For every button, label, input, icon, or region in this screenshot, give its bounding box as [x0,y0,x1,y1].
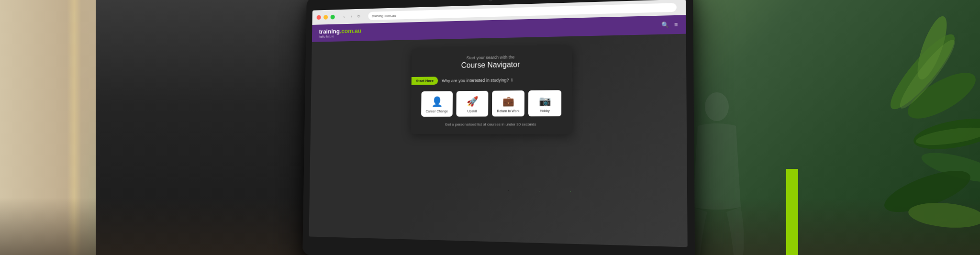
hero-title: Course Navigator [421,59,562,70]
logo-accent: .com.au [340,27,361,34]
website: training.com.au hello future 🔍 ≡ Start y… [309,15,688,247]
monitor: ‹ › ↻ training.com.au training.com.au [302,0,695,255]
traffic-light-close[interactable] [317,15,321,20]
step-row: Start Here Why are you interested in stu… [421,75,562,84]
career-change-icon: 👤 [431,96,443,107]
hobby-icon: 📷 [539,95,551,106]
options-grid: 👤 Career Change 🚀 Upskill 💼 Return to Wo… [420,90,562,117]
reload-button[interactable]: ↻ [356,13,362,20]
site-hero: Start your search with the Course Naviga… [309,33,688,247]
site-logo: training.com.au hello future [319,27,361,38]
plant-svg [693,0,980,255]
option-career-change[interactable]: 👤 Career Change [421,91,453,116]
logo-text: training.com.au [319,27,362,34]
career-change-label: Career Change [426,109,448,112]
site-nav: 🔍 ≡ [661,21,678,28]
traffic-light-minimize[interactable] [323,15,328,20]
return-to-work-label: Return to Work [497,109,520,112]
upskill-label: Upskill [468,109,477,112]
back-button[interactable]: ‹ [341,13,347,20]
upskill-icon: 🚀 [467,95,479,107]
forward-button[interactable]: › [348,13,355,20]
url-text: training.com.au [372,13,396,18]
monitor-screen: ‹ › ↻ training.com.au training.com.au [309,0,688,247]
monitor-bezel: ‹ › ↻ training.com.au training.com.au [302,0,695,255]
menu-icon[interactable]: ≡ [674,21,678,28]
traffic-light-fullscreen[interactable] [331,14,335,19]
return-to-work-icon: 💼 [502,95,514,107]
green-accent-strip [786,169,798,255]
info-icon: ℹ [511,77,512,82]
course-navigator-card: Start your search with the Course Naviga… [411,46,572,134]
search-icon[interactable]: 🔍 [661,21,669,28]
monitor-camera [489,0,492,1]
step-question: Why are you interested in studying? ℹ [442,77,512,83]
option-upskill[interactable]: 🚀 Upskill [456,90,488,116]
hobby-label: Hobby [540,109,550,112]
option-hobby[interactable]: 📷 Hobby [528,90,561,116]
step-badge: Start Here [412,77,438,85]
cta-text: Get a personalised list of courses in un… [420,122,562,126]
browser-nav-controls: ‹ › ↻ [341,13,362,20]
option-return-to-work[interactable]: 💼 Return to Work [492,90,524,116]
